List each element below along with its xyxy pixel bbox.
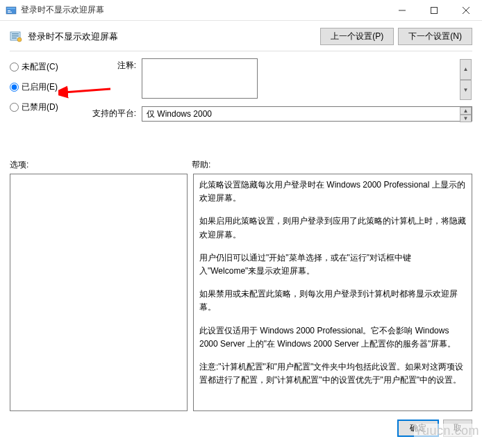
config-area: 未配置(C) 已启用(E) 已禁用(D) 注释: ▲ ▼ 支持的平台: 仅 Wi: [0, 58, 482, 127]
policy-icon: [10, 31, 22, 43]
help-p5: 此设置仅适用于 Windows 2000 Professional。它不会影响 …: [199, 324, 466, 351]
radio-disabled[interactable]: 已禁用(D): [10, 101, 79, 113]
svg-rect-10: [12, 35, 19, 37]
prev-setting-button[interactable]: 上一个设置(P): [320, 28, 394, 45]
comment-spin: ▲ ▼: [460, 59, 472, 100]
mid-labels: 选项: 帮助:: [0, 127, 482, 174]
svg-rect-3: [8, 12, 12, 13]
svg-rect-5: [431, 7, 438, 13]
svg-rect-9: [12, 33, 19, 35]
comment-spin-down[interactable]: ▼: [460, 80, 472, 101]
nav-buttons: 上一个设置(P) 下一个设置(N): [320, 28, 472, 45]
footer-buttons: 确定 取: [0, 411, 482, 445]
options-box: [10, 174, 188, 411]
help-box[interactable]: 此策略设置隐藏每次用户登录时在 Windows 2000 Professiona…: [193, 174, 472, 411]
lower-area: 此策略设置隐藏每次用户登录时在 Windows 2000 Professiona…: [0, 174, 482, 411]
svg-rect-11: [12, 38, 17, 39]
svg-point-12: [17, 38, 22, 42]
radio-enabled[interactable]: 已启用(E): [10, 81, 79, 93]
close-button[interactable]: [450, 0, 482, 21]
header-row: 登录时不显示欢迎屏幕 上一个设置(P) 下一个设置(N): [0, 21, 482, 51]
minimize-button[interactable]: [386, 0, 418, 21]
help-p2: 如果启用此策略设置，则用户登录到应用了此策略的计算机上时，将隐藏欢迎屏幕。: [199, 215, 466, 241]
platform-spin-down[interactable]: ▼: [460, 115, 472, 122]
help-p4: 如果禁用或未配置此策略，则每次用户登录到计算机时都将显示欢迎屏幕。: [199, 288, 466, 314]
comment-input[interactable]: [142, 58, 258, 99]
platform-spin: ▲ ▼: [460, 107, 472, 121]
svg-rect-1: [7, 8, 15, 9]
help-p6: 注意:"计算机配置"和"用户配置"文件夹中均包括此设置。如果对这两项设置都进行了…: [199, 360, 466, 387]
titlebar: 登录时不显示欢迎屏幕: [0, 0, 482, 21]
svg-rect-2: [8, 10, 10, 11]
maximize-button[interactable]: [418, 0, 450, 21]
options-label: 选项:: [10, 159, 192, 171]
watermark: Yuucn.com: [414, 424, 482, 438]
comment-label: 注释:: [92, 58, 142, 72]
window-controls: [386, 0, 482, 21]
platform-value: 仅 Windows 2000: [142, 106, 472, 122]
comment-spin-up[interactable]: ▲: [460, 59, 472, 80]
next-setting-button[interactable]: 下一个设置(N): [398, 28, 472, 45]
window-title: 登录时不显示欢迎屏幕: [21, 4, 104, 16]
help-p1: 此策略设置隐藏每次用户登录时在 Windows 2000 Professiona…: [199, 179, 466, 205]
radio-enabled-input[interactable]: [10, 83, 19, 92]
platform-label: 支持的平台:: [92, 106, 142, 119]
radio-not-configured-label: 未配置(C): [22, 61, 58, 73]
help-label: 帮助:: [192, 159, 210, 171]
radio-disabled-input[interactable]: [10, 103, 19, 112]
fields-column: 注释: ▲ ▼ 支持的平台: 仅 Windows 2000 ▲ ▼: [92, 58, 472, 127]
comment-row: 注释: ▲ ▼: [92, 58, 472, 101]
radio-column: 未配置(C) 已启用(E) 已禁用(D): [10, 58, 79, 127]
divider: [10, 51, 472, 51]
help-p3: 用户仍旧可以通过"开始"菜单选择，或在"运行"对话框中键入"Welcome"来显…: [199, 251, 466, 278]
policy-title: 登录时不显示欢迎屏幕: [28, 31, 118, 43]
platform-row: 支持的平台: 仅 Windows 2000 ▲ ▼: [92, 106, 472, 122]
radio-not-configured[interactable]: 未配置(C): [10, 61, 79, 73]
platform-spin-up[interactable]: ▲: [460, 107, 472, 115]
app-icon: [6, 5, 17, 16]
radio-not-configured-input[interactable]: [10, 63, 19, 72]
radio-disabled-label: 已禁用(D): [22, 101, 58, 113]
radio-enabled-label: 已启用(E): [22, 81, 58, 93]
